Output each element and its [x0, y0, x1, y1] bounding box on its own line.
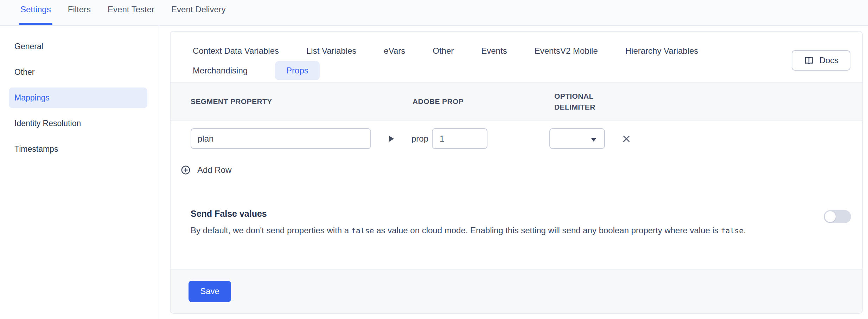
caret-right-icon	[389, 136, 394, 142]
top-navigation: Settings Filters Event Tester Event Deli…	[0, 0, 868, 26]
tab-other[interactable]: Other	[433, 41, 454, 60]
tab-event-delivery[interactable]: Event Delivery	[171, 4, 226, 15]
tab-context-data-variables[interactable]: Context Data Variables	[193, 41, 279, 60]
tab-events[interactable]: Events	[481, 41, 507, 60]
tab-evars[interactable]: eVars	[384, 41, 405, 60]
adobe-prop-number-input[interactable]	[432, 128, 487, 149]
content-area: General Other Mappings Identity Resoluti…	[0, 26, 868, 319]
mapping-table-row: prop	[171, 121, 862, 149]
tab-event-tester[interactable]: Event Tester	[108, 4, 154, 15]
caret-down-icon	[591, 138, 596, 142]
tab-filters[interactable]: Filters	[68, 4, 91, 15]
mappings-card: Context Data Variables List Variables eV…	[170, 31, 863, 314]
save-button[interactable]: Save	[189, 281, 231, 302]
sidebar-item-mappings[interactable]: Mappings	[9, 87, 147, 108]
code-false: false	[721, 226, 744, 235]
docs-button-label: Docs	[819, 56, 839, 65]
tab-settings[interactable]: Settings	[20, 4, 51, 15]
tab-props[interactable]: Props	[275, 61, 320, 80]
send-false-values-title: Send False values	[191, 209, 815, 219]
add-circle-icon	[181, 165, 191, 175]
toggle-knob	[825, 211, 836, 222]
column-header-optional-delimiter: OPTIONAL DELIMITER	[554, 91, 607, 112]
add-row-button[interactable]: Add Row	[181, 165, 231, 175]
book-icon	[804, 55, 814, 66]
main-panel: Context Data Variables List Variables eV…	[159, 26, 868, 319]
send-false-values-texts: Send False values By default, we don't s…	[191, 209, 815, 238]
send-false-values-toggle[interactable]	[824, 210, 851, 223]
mapping-tabs: Context Data Variables List Variables eV…	[193, 41, 773, 80]
optional-delimiter-select[interactable]	[549, 128, 605, 149]
settings-sidebar: General Other Mappings Identity Resoluti…	[0, 26, 159, 319]
sidebar-item-other[interactable]: Other	[9, 62, 147, 83]
adobe-prop-prefix-label: prop	[411, 134, 428, 144]
column-header-adobe-prop: ADOBE PROP	[413, 97, 554, 106]
sidebar-item-general[interactable]: General	[9, 36, 147, 57]
send-false-values-setting: Send False values By default, we don't s…	[171, 209, 862, 238]
segment-property-input[interactable]	[191, 128, 371, 149]
tab-merchandising[interactable]: Merchandising	[193, 61, 248, 80]
remove-row-button[interactable]	[621, 134, 632, 144]
tab-hierarchy-variables[interactable]: Hierarchy Variables	[625, 41, 698, 60]
destination-settings-page: Settings Filters Event Tester Event Deli…	[0, 0, 868, 319]
send-false-values-description: By default, we don't send properties wit…	[191, 223, 815, 238]
code-false: false	[351, 226, 374, 235]
add-row-label: Add Row	[197, 165, 231, 175]
sidebar-item-timestamps[interactable]: Timestamps	[9, 139, 147, 160]
mapping-tabs-row: Context Data Variables List Variables eV…	[171, 32, 862, 82]
tab-list-variables[interactable]: List Variables	[306, 41, 356, 60]
close-icon	[621, 134, 632, 144]
sidebar-item-identity-resolution[interactable]: Identity Resolution	[9, 113, 147, 134]
column-header-segment-property: SEGMENT PROPERTY	[191, 97, 413, 106]
card-footer: Save	[171, 269, 862, 313]
docs-button[interactable]: Docs	[792, 50, 850, 71]
tab-eventsv2-mobile[interactable]: EventsV2 Mobile	[535, 41, 598, 60]
mapping-table-header: SEGMENT PROPERTY ADOBE PROP OPTIONAL DEL…	[171, 82, 862, 121]
